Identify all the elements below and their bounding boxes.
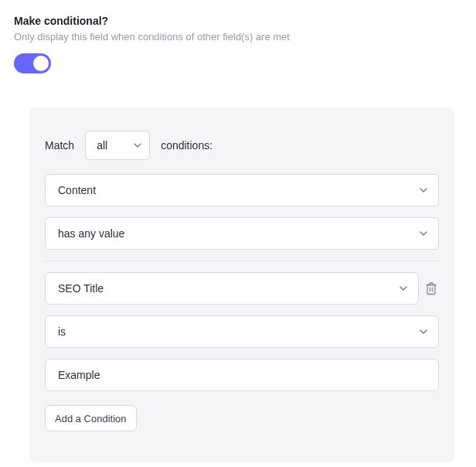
chevron-down-icon	[134, 141, 141, 149]
page-title: Make conditional?	[14, 14, 462, 28]
condition-field-row: SEO Title	[45, 272, 439, 305]
condition-operator-value: is	[58, 326, 66, 338]
condition-value-text: Example	[58, 369, 100, 381]
match-prefix: Match	[45, 139, 74, 152]
condition-value-row: Example	[45, 359, 439, 391]
chevron-down-icon	[420, 328, 427, 336]
condition-block: Content has any value	[45, 174, 439, 250]
condition-field-row: Content	[45, 174, 439, 206]
add-condition-label: Add a Condition	[55, 413, 127, 424]
condition-operator-row: has any value	[45, 217, 439, 250]
condition-field-value: SEO Title	[58, 282, 104, 295]
match-mode-value: all	[97, 139, 107, 152]
chevron-down-icon	[420, 230, 427, 237]
conditions-panel: Match all conditions: Content	[29, 107, 454, 462]
condition-divider: SEO Title is	[45, 261, 439, 431]
match-suffix: conditions:	[161, 139, 212, 152]
condition-field-select[interactable]: SEO Title	[45, 272, 419, 305]
condition-operator-row: is	[45, 315, 439, 348]
condition-value-input[interactable]: Example	[45, 359, 439, 391]
page-subtitle: Only display this field when conditions …	[14, 31, 462, 43]
trash-icon[interactable]	[425, 281, 439, 295]
condition-operator-select[interactable]: has any value	[45, 217, 439, 250]
condition-block: SEO Title is	[45, 272, 439, 391]
chevron-down-icon	[420, 186, 427, 194]
svg-rect-0	[427, 285, 435, 295]
match-row: Match all conditions:	[45, 131, 439, 160]
condition-operator-select[interactable]: is	[45, 315, 439, 348]
match-mode-select[interactable]: all	[85, 131, 150, 160]
condition-operator-value: has any value	[58, 227, 124, 240]
add-condition-button[interactable]: Add a Condition	[45, 405, 137, 431]
condition-field-value: Content	[58, 184, 96, 196]
condition-field-select[interactable]: Content	[45, 174, 439, 206]
chevron-down-icon	[400, 285, 407, 292]
toggle-knob	[33, 56, 49, 71]
conditional-toggle[interactable]	[14, 53, 51, 73]
